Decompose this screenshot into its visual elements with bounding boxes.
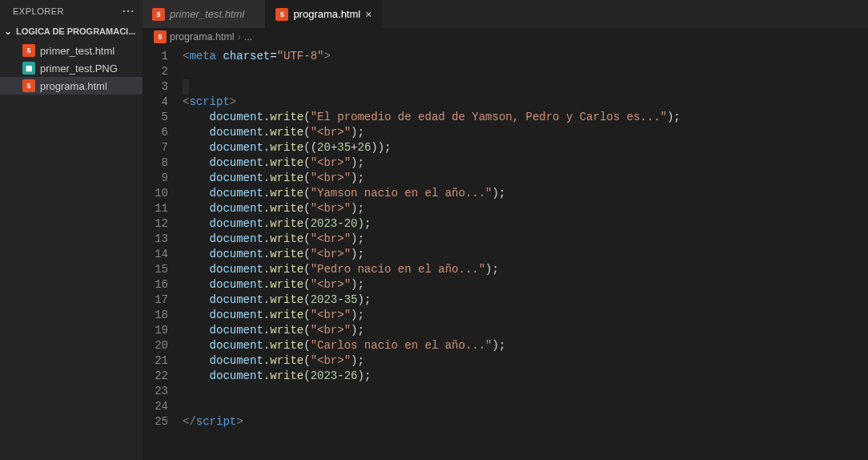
file-tree-item-label: primer_test.PNG	[40, 63, 118, 75]
line-number: 19	[143, 323, 168, 338]
editor-tab-label: primer_test.html	[170, 8, 244, 20]
code-line[interactable]: document.write("<br>");	[183, 247, 681, 262]
code-line[interactable]	[183, 64, 681, 79]
html-file-icon: 5	[154, 30, 167, 43]
file-tree-item[interactable]: 5programa.html	[0, 77, 143, 95]
line-number: 13	[143, 232, 168, 247]
line-number: 21	[143, 353, 168, 369]
line-number: 10	[143, 186, 168, 201]
code-line[interactable]: document.write("<br>");	[183, 308, 681, 323]
file-tree-item-label: programa.html	[40, 80, 107, 92]
code-line[interactable]: </script>	[183, 414, 681, 430]
breadcrumb-separator: ›	[238, 31, 241, 42]
code-line[interactable]	[183, 79, 681, 95]
code-line[interactable]: document.write("<br>");	[183, 353, 681, 369]
code-line[interactable]: document.write("<br>");	[183, 232, 681, 247]
line-number: 14	[143, 247, 168, 262]
line-number: 4	[143, 95, 168, 110]
line-number: 7	[143, 140, 168, 155]
folder-section-header[interactable]: ⌄ LOGICA DE PROGRAMACI...	[0, 22, 143, 40]
explorer-sidebar: EXPLORER ⋯ ⌄ LOGICA DE PROGRAMACI... 5pr…	[0, 0, 143, 460]
code-line[interactable]: document.write((20+35+26));	[183, 140, 681, 155]
line-number: 2	[143, 64, 168, 79]
editor-tab-label: programa.html	[293, 8, 360, 20]
explorer-header: EXPLORER ⋯	[0, 0, 143, 22]
explorer-title: EXPLORER	[13, 6, 64, 16]
html-file-icon: 5	[22, 79, 35, 92]
code-editor[interactable]: 1234567891011121314151617181920212223242…	[143, 46, 868, 460]
line-number: 9	[143, 171, 168, 186]
editor-tab[interactable]: 5programa.html×	[266, 0, 382, 28]
code-line[interactable]: <script>	[183, 95, 681, 110]
chevron-down-icon: ⌄	[2, 26, 14, 37]
html-file-icon: 5	[275, 8, 288, 21]
code-line[interactable]: <meta charset="UTF-8">	[183, 49, 681, 64]
line-number-gutter: 1234567891011121314151617181920212223242…	[143, 46, 183, 460]
code-line[interactable]: document.write("Carlos nacio en el año..…	[183, 338, 681, 353]
code-line[interactable]: document.write("<br>");	[183, 201, 681, 216]
line-number: 17	[143, 293, 168, 308]
close-icon[interactable]: ×	[365, 8, 372, 21]
html-file-icon: 5	[22, 44, 35, 57]
breadcrumb-file: programa.html	[170, 31, 235, 42]
breadcrumb-tail: ...	[244, 31, 252, 42]
line-number: 15	[143, 262, 168, 277]
code-line[interactable]: document.write("El promedio de edad de Y…	[183, 110, 681, 125]
line-number: 18	[143, 308, 168, 323]
line-number: 3	[143, 79, 168, 95]
code-line[interactable]: document.write("<br>");	[183, 155, 681, 171]
html-file-icon: 5	[152, 8, 165, 21]
code-line[interactable]	[183, 399, 681, 414]
file-tree: 5primer_test.html▦primer_test.PNG5progra…	[0, 40, 143, 96]
line-number: 1	[143, 49, 168, 64]
file-tree-item[interactable]: ▦primer_test.PNG	[0, 59, 143, 77]
code-line[interactable]: document.write("<br>");	[183, 277, 681, 293]
line-number: 6	[143, 125, 168, 140]
line-number: 22	[143, 369, 168, 384]
file-tree-item-label: primer_test.html	[40, 45, 115, 57]
breadcrumb[interactable]: 5 programa.html › ...	[143, 28, 868, 46]
code-line[interactable]: document.write("<br>");	[183, 323, 681, 338]
editor-area: 5primer_test.html×5programa.html× 5 prog…	[143, 0, 868, 460]
code-line[interactable]: document.write("<br>");	[183, 125, 681, 140]
file-tree-item[interactable]: 5primer_test.html	[0, 42, 143, 59]
code-line[interactable]: document.write("Pedro nacio en el año...…	[183, 262, 681, 277]
code-line[interactable]: document.write(2023-26);	[183, 369, 681, 384]
code-line[interactable]: document.write(2023-20);	[183, 216, 681, 232]
line-number: 24	[143, 399, 168, 414]
line-number: 25	[143, 414, 168, 430]
image-file-icon: ▦	[22, 62, 35, 75]
code-line[interactable]: document.write("Yamson nacio en el año..…	[183, 186, 681, 201]
line-number: 12	[143, 216, 168, 232]
line-number: 16	[143, 277, 168, 293]
line-number: 8	[143, 155, 168, 171]
code-line[interactable]: document.write("<br>");	[183, 171, 681, 186]
editor-tab[interactable]: 5primer_test.html×	[143, 0, 266, 28]
explorer-more-icon[interactable]: ⋯	[122, 5, 135, 18]
code-line[interactable]: document.write(2023-35);	[183, 293, 681, 308]
line-number: 5	[143, 110, 168, 125]
line-number: 11	[143, 201, 168, 216]
code-content[interactable]: <meta charset="UTF-8"> <script> document…	[183, 46, 681, 460]
folder-name: LOGICA DE PROGRAMACI...	[16, 26, 135, 36]
tab-bar: 5primer_test.html×5programa.html×	[143, 0, 868, 28]
line-number: 23	[143, 384, 168, 399]
line-number: 20	[143, 338, 168, 353]
code-line[interactable]	[183, 384, 681, 399]
